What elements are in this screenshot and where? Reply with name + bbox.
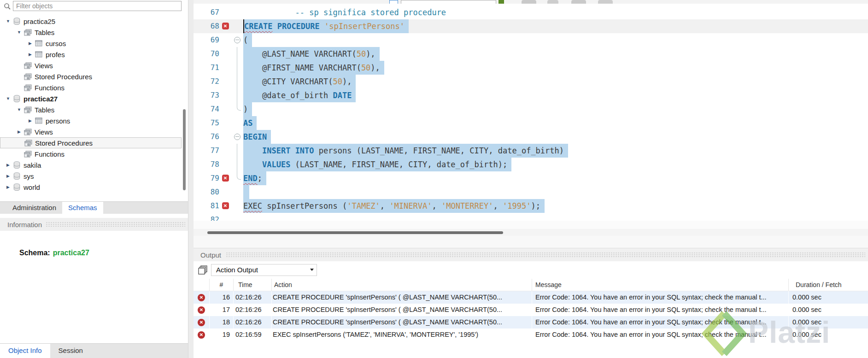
fold-collapse-icon[interactable] — [234, 37, 240, 43]
tab-administration[interactable]: Administration — [6, 202, 62, 214]
code-token: ), — [370, 63, 380, 72]
tab-object-info[interactable]: Object Info — [0, 344, 50, 358]
column-duration: Duration / Fetch — [789, 279, 868, 291]
code-line-80: 80 — [194, 185, 868, 199]
error-gutter — [219, 185, 231, 199]
code-text[interactable]: END; — [243, 171, 868, 185]
line-number: 75 — [194, 116, 219, 130]
code-text[interactable]: @LAST_NAME VARCHART(50), — [243, 47, 868, 61]
tree-item-views[interactable]: Views — [0, 60, 188, 71]
fold-gutter — [231, 61, 243, 75]
code-text[interactable]: CREATE PROCEDURE 'spInsertPersons' — [243, 19, 868, 33]
tree-item-stored-procedures[interactable]: Stored Procedures — [0, 71, 188, 82]
horizontal-splitter[interactable] — [194, 236, 868, 248]
output-row-18[interactable]: ✕1802:16:26CREATE PROCEDURE 'spInsertPer… — [194, 316, 868, 329]
output-view-selector[interactable]: Action Output — [211, 264, 317, 276]
output-row-16[interactable]: ✕1602:16:26CREATE PROCEDURE 'spInsertPer… — [194, 291, 868, 304]
code-text[interactable]: VALUES (LAST_NAME, FIRST_NAME, CITY, dat… — [243, 158, 868, 171]
tree-item-views[interactable]: ▶Views — [0, 126, 188, 137]
sql-editor-area: 67 -- sp significa stored procedure68✕CR… — [194, 0, 868, 358]
output-row-19[interactable]: ✕1902:16:59EXEC spInsertPersons ('TAMEZ'… — [194, 329, 868, 341]
code-token: 'MONTERREY' — [441, 201, 493, 211]
info-tabbar: Object InfoSession — [0, 343, 188, 358]
tree-item-persons[interactable]: ▶persons — [0, 115, 188, 126]
code-text[interactable]: BEGIN — [243, 130, 868, 144]
schema-label: Schema: — [19, 249, 50, 257]
cell-duration: 0.000 sec — [789, 316, 868, 329]
tree-item-tables[interactable]: ▼Tables — [0, 27, 188, 38]
tree-item-stored-procedures[interactable]: Stored Procedures — [0, 137, 182, 148]
object-group-icon — [23, 73, 33, 80]
fold-collapse-icon[interactable] — [234, 134, 240, 140]
tree-item-label: Functions — [33, 150, 65, 158]
tree-item-practica25[interactable]: ▼practica25 — [0, 16, 188, 27]
code-text[interactable] — [243, 185, 868, 199]
code-text[interactable]: @date_of_birth DATE — [243, 88, 868, 102]
tree-item-functions[interactable]: Functions — [0, 148, 188, 159]
code-line-77: 77 INSERT INTO persons (LAST_NAME, FIRST… — [194, 144, 868, 158]
expand-arrow-icon[interactable]: ▶ — [5, 163, 12, 167]
selection-highlight: ) — [243, 102, 252, 116]
code-text[interactable]: @FIRST_NAME VARCHART(50), — [243, 61, 868, 75]
tree-item-practica27[interactable]: ▼practica27 — [0, 93, 188, 104]
code-text[interactable]: @CITY VARCHART(50), — [243, 75, 868, 88]
code-token: END — [243, 174, 258, 183]
horizontal-scrollbar-thumb[interactable] — [207, 231, 503, 234]
code-text[interactable]: ( — [243, 33, 868, 47]
schema-value: practica27 — [50, 249, 89, 257]
tree-item-label: Views — [33, 62, 53, 70]
tree-item-cursos[interactable]: ▶cursos — [0, 38, 188, 49]
code-line-79: 79✕END; — [194, 171, 868, 185]
syntax-error-icon: ✕ — [219, 199, 231, 213]
code-fold-toggle[interactable] — [231, 33, 243, 47]
code-text[interactable] — [243, 213, 868, 221]
expand-arrow-icon[interactable]: ▶ — [27, 118, 34, 123]
code-token: ); — [531, 201, 540, 211]
collapse-arrow-icon[interactable]: ▼ — [16, 107, 23, 112]
cell-number: 17 — [210, 304, 234, 316]
tree-item-tables[interactable]: ▼Tables — [0, 104, 188, 115]
code-token: 'TAMEZ' — [347, 201, 380, 211]
code-token: , — [493, 201, 503, 211]
vertical-splitter[interactable] — [188, 0, 194, 358]
expand-arrow-icon[interactable]: ▶ — [27, 41, 34, 46]
tab-schemas[interactable]: Schemas — [62, 202, 103, 214]
cell-number: 16 — [210, 291, 234, 304]
expand-arrow-icon[interactable]: ▶ — [5, 174, 12, 178]
output-row-17[interactable]: ✕1702:16:26CREATE PROCEDURE 'spInsertPer… — [194, 304, 868, 316]
expand-arrow-icon[interactable]: ▶ — [27, 52, 34, 57]
code-text[interactable]: EXEC spInsertPersons ('TAMEZ', 'MINERVA'… — [243, 199, 868, 213]
expand-arrow-icon[interactable]: ▶ — [5, 185, 12, 189]
cell-time: 02:16:26 — [234, 304, 272, 316]
code-text[interactable]: -- sp significa stored procedure — [243, 6, 868, 19]
collapse-arrow-icon[interactable]: ▼ — [5, 19, 12, 23]
code-text[interactable]: ) — [243, 102, 868, 116]
tree-item-functions[interactable]: Functions — [0, 82, 188, 93]
filter-objects-input[interactable] — [13, 1, 182, 11]
selection-highlight: @date_of_birth DATE — [243, 88, 356, 102]
tree-item-sakila[interactable]: ▶sakila — [0, 159, 188, 170]
sql-code-editor[interactable]: 67 -- sp significa stored procedure68✕CR… — [194, 4, 868, 221]
collapse-arrow-icon[interactable]: ▼ — [5, 96, 12, 101]
line-number: 73 — [194, 88, 219, 102]
error-gutter — [219, 47, 231, 61]
object-group-icon — [23, 62, 33, 69]
cell-action: CREATE PROCEDURE 'spInsertPersons' ( @LA… — [272, 304, 532, 316]
row-status-cell: ✕ — [194, 291, 210, 304]
error-status-icon: ✕ — [198, 294, 205, 301]
dotted-texture — [226, 252, 865, 258]
code-text[interactable]: AS — [243, 116, 868, 130]
code-text[interactable]: INSERT INTO persons (LAST_NAME, FIRST_NA… — [243, 144, 868, 158]
code-fold-toggle[interactable] — [231, 130, 243, 144]
tree-vertical-scrollbar[interactable] — [183, 109, 186, 190]
fold-gutter — [231, 158, 243, 171]
tab-session[interactable]: Session — [50, 344, 91, 358]
expand-arrow-icon[interactable]: ▶ — [16, 129, 23, 134]
tree-item-sys[interactable]: ▶sys — [0, 170, 188, 182]
tree-item-world[interactable]: ▶world — [0, 182, 188, 193]
tree-item-profes[interactable]: ▶profes — [0, 49, 188, 60]
code-line-72: 72 @CITY VARCHART(50), — [194, 75, 868, 88]
object-group-icon — [23, 129, 33, 135]
collapse-arrow-icon[interactable]: ▼ — [16, 30, 23, 35]
code-line-82: 82 — [194, 213, 868, 221]
